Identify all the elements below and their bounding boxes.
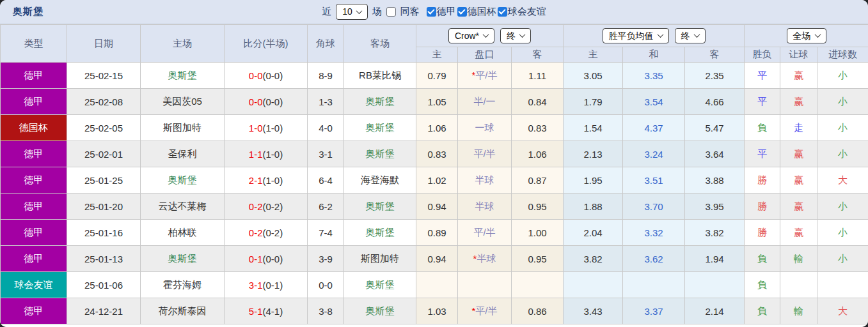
cell-avg-away: 4.66 [685,89,745,115]
away-team-name: 奥斯堡 [366,201,395,211]
home-team-name: 奥斯堡 [168,253,197,264]
cell-odds-away: 0.87 [512,167,564,194]
cell-date: 25-02-05 [67,115,141,141]
cell-corners: 8-9 [308,63,344,89]
cell-avg-away: 2.35 [685,63,745,89]
league-badge: 德甲 [1,89,67,115]
same-away-label: 同客 [400,6,420,18]
cell-score: 2-1(1-0) [225,167,308,194]
full-time-score: 0-2 [249,227,263,238]
filter-club-friendly: 球会友谊 [498,6,546,18]
half-time-score: (0-2) [263,227,283,238]
away-team-name: 海登海默 [361,174,399,185]
cell-handicap: *半球 [458,246,512,272]
avg-state-select[interactable]: 终 [675,28,706,44]
cell-odds-home: 1.06 [416,115,458,141]
full-time-score: 5-1 [249,306,263,317]
german-cup-checkbox[interactable] [457,7,467,17]
full-time-score: 0-1 [249,254,263,264]
full-time-score: 3-1 [249,280,263,291]
odds-state-select[interactable]: 终 [500,28,531,44]
cell-score: 0-0(0-0) [225,63,308,89]
cell-result: 平 [745,89,780,115]
home-team-name: 云达不莱梅 [159,201,207,211]
cell-score: 0-2(0-2) [225,194,308,220]
chevron-down-icon [657,32,663,38]
filter-bundesliga: 德甲 [427,6,456,18]
same-away-checkbox[interactable] [386,7,396,17]
cell-handicap: *平/半 [458,63,512,89]
full-time-score: 0-0 [249,96,263,107]
avg-type-select[interactable]: 胜平负均值 [603,28,669,44]
half-time-score: (4-1) [263,306,283,317]
home-team-name: 圣保利 [168,148,197,159]
cell-avg-draw: 3.62 [623,246,685,272]
cell-avg-away: 3.64 [685,141,745,167]
cell-goals: 大 [817,298,868,324]
scope-select[interactable]: 全场 [787,28,826,44]
cell-home-team: 霍芬海姆 [141,272,225,298]
cell-handicap: 平/半 [458,220,512,246]
handicap-text: 半球 [475,174,494,185]
col-corners: 角球 [308,25,344,63]
filter-controls: 近 10 场 同客 德甲 德国杯 球会友谊 [322,4,546,20]
league-badge: 德甲 [1,167,67,194]
german-cup-label: 德国杯 [468,6,496,18]
full-time-score: 2-1 [249,175,263,186]
bundesliga-checkbox[interactable] [427,7,436,17]
cell-odds-home: 1.03 [416,298,458,324]
table-row: 德甲 25-01-25 奥斯堡 2-1(1-0) 6-4 海登海默 1.02 半… [1,167,868,194]
cell-odds-home: 0.94 [416,246,458,272]
odds-provider-select[interactable]: Crow* [448,28,494,44]
home-team-name: 斯图加特 [163,122,201,133]
topbar: 奥斯堡 近 10 场 同客 德甲 德国杯 球会友 [0,0,868,24]
cell-avg-draw: 3.51 [623,167,685,194]
result-group-header: 全场 [745,25,868,47]
cell-result: 平 [745,63,780,89]
col-type: 类型 [1,25,67,63]
match-history-panel: 奥斯堡 近 10 场 同客 德甲 德国杯 球会友 [0,0,868,327]
cell-date: 25-02-01 [67,141,141,167]
avg-type-value: 胜平负均值 [609,31,654,42]
home-team-name: 霍芬海姆 [163,279,201,290]
cell-avg-draw: 3.24 [623,141,685,167]
cell-avg-away: 3.95 [685,194,745,220]
cell-handicap-result: 輸 [780,246,817,272]
cell-odds-home [416,272,458,298]
cell-result: 負 [745,246,780,272]
cell-away-team: 奥斯堡 [344,220,416,246]
cell-handicap: *平/半 [458,298,512,324]
cell-odds-away: 0.84 [512,89,564,115]
recent-count-select[interactable]: 10 [336,4,368,20]
cell-avg-away [685,272,745,298]
cell-goals [817,272,868,298]
cell-odds-away: 0.86 [512,298,564,324]
cell-corners: 7-4 [308,220,344,246]
subcol-odds-away: 客 [512,47,564,63]
cell-home-team: 圣保利 [141,141,225,167]
cell-odds-away [512,272,564,298]
cell-away-team: 奥斯堡 [344,272,416,298]
cell-handicap: 平/半 [458,141,512,167]
half-time-score: (0-1) [263,280,283,291]
cell-avg-home: 2.13 [564,141,623,167]
away-team-name: 奥斯堡 [366,279,395,290]
cell-away-team: 奥斯堡 [344,298,416,324]
club-friendly-checkbox[interactable] [498,7,507,17]
cell-goals: 大 [817,167,868,194]
handicap-text: 平/半 [473,148,495,159]
cell-avg-home: 3.82 [564,246,623,272]
cell-handicap-result: 輸 [780,298,817,324]
half-time-score: (1-0) [263,123,283,133]
cell-avg-draw [623,272,685,298]
cell-away-team: 奥斯堡 [344,115,416,141]
cell-odds-away: 0.95 [512,246,564,272]
odds-provider-value: Crow* [455,31,479,42]
handicap-text: 半球 [477,253,496,264]
cell-result: 勝 [745,220,780,246]
away-team-name: 奥斯堡 [366,122,395,133]
full-time-score: 1-1 [249,149,263,160]
cell-handicap: 半球 [458,194,512,220]
scope-value: 全场 [793,31,811,42]
col-score: 比分(半场) [225,25,308,63]
